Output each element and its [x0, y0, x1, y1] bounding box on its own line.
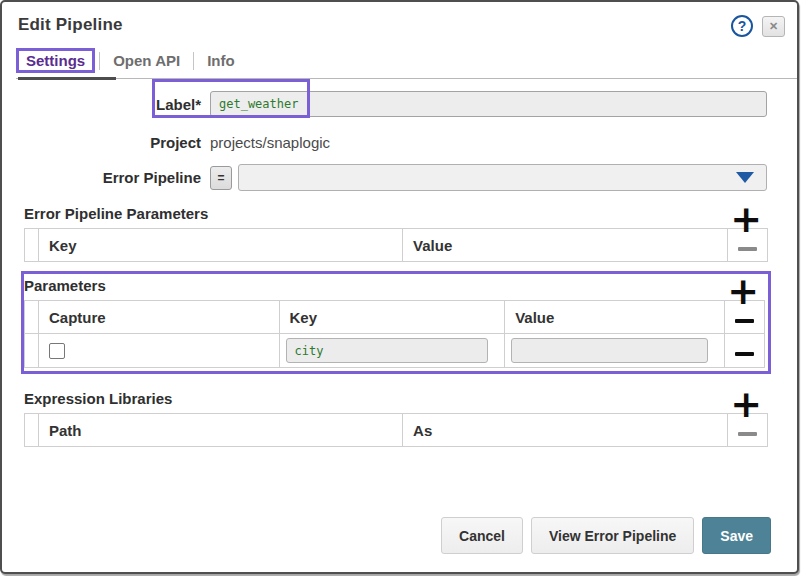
- column-header-key: Key: [279, 301, 505, 334]
- tab-bar: Settings Open API Info: [16, 48, 797, 79]
- error-pipeline-row: Error Pipeline =: [2, 164, 767, 191]
- label-field-label: Label*: [2, 96, 210, 113]
- project-field-label: Project: [2, 134, 210, 151]
- tab-settings[interactable]: Settings: [16, 48, 95, 73]
- table-header-row: Path As: [25, 414, 768, 447]
- parameters-section: Parameters + Capture Key Value: [24, 277, 765, 368]
- cancel-button[interactable]: Cancel: [441, 517, 523, 554]
- table-row: [25, 334, 765, 368]
- parameters-table: Capture Key Value: [24, 300, 765, 368]
- column-header-value: Value: [403, 229, 728, 262]
- expression-libraries-section: Expression Libraries + Path As: [24, 390, 768, 447]
- grip-cell: [25, 414, 39, 447]
- minus-icon: [738, 432, 757, 436]
- label-field-row: Label*: [2, 91, 767, 117]
- table-header-row: Key Value: [25, 229, 768, 262]
- help-icon[interactable]: ?: [731, 15, 753, 37]
- expression-libraries-table: Path As: [24, 413, 768, 447]
- section-title: Parameters: [24, 277, 106, 300]
- active-tab-underline: [18, 77, 116, 80]
- column-header-path: Path: [39, 414, 403, 447]
- edit-pipeline-dialog: Edit Pipeline ? ✕ Settings Open API Info…: [0, 0, 799, 574]
- section-title: Error Pipeline Parameters: [24, 205, 208, 228]
- save-button[interactable]: Save: [702, 517, 771, 554]
- add-row-icon[interactable]: +: [730, 391, 762, 417]
- dropdown-arrow-icon: [736, 172, 754, 183]
- grip-cell: [25, 334, 39, 368]
- label-input[interactable]: [210, 91, 767, 117]
- remove-row-icon[interactable]: [725, 334, 765, 368]
- add-row-icon[interactable]: +: [727, 278, 759, 304]
- parameters-annotation-box: Parameters + Capture Key Value: [21, 271, 771, 374]
- project-field-row: Project projects/snaplogic: [2, 134, 767, 151]
- table-header-row: Capture Key Value: [25, 301, 765, 334]
- dialog-footer: Cancel View Error Pipeline Save: [2, 517, 797, 554]
- column-header-capture: Capture: [39, 301, 280, 334]
- grip-cell: [25, 301, 39, 334]
- section-title: Expression Libraries: [24, 390, 172, 413]
- error-pipeline-parameters-section: Error Pipeline Parameters + Key Value: [24, 205, 768, 262]
- add-row-icon[interactable]: +: [730, 206, 762, 232]
- tab-info[interactable]: Info: [198, 50, 244, 71]
- error-pipeline-parameters-table: Key Value: [24, 228, 768, 262]
- expression-toggle-button[interactable]: =: [210, 166, 232, 190]
- dialog-header: Edit Pipeline ? ✕: [2, 2, 797, 37]
- minus-icon: [735, 319, 754, 323]
- tab-separator: [99, 52, 100, 70]
- column-header-value: Value: [505, 301, 725, 334]
- project-value: projects/snaplogic: [210, 134, 330, 151]
- tab-separator: [193, 52, 194, 70]
- view-error-pipeline-button[interactable]: View Error Pipeline: [531, 517, 694, 554]
- minus-icon: [735, 352, 754, 356]
- parameter-key-input[interactable]: [286, 338, 488, 363]
- column-header-as: As: [403, 414, 728, 447]
- parameter-value-input[interactable]: [511, 338, 707, 363]
- capture-checkbox[interactable]: [49, 343, 65, 359]
- error-pipeline-dropdown[interactable]: [238, 164, 767, 191]
- column-header-key: Key: [39, 229, 403, 262]
- close-icon[interactable]: ✕: [762, 16, 785, 37]
- error-pipeline-label: Error Pipeline: [2, 169, 210, 186]
- grip-cell: [25, 229, 39, 262]
- tab-open-api[interactable]: Open API: [104, 50, 189, 71]
- page-title: Edit Pipeline: [18, 15, 123, 35]
- minus-icon: [738, 247, 757, 251]
